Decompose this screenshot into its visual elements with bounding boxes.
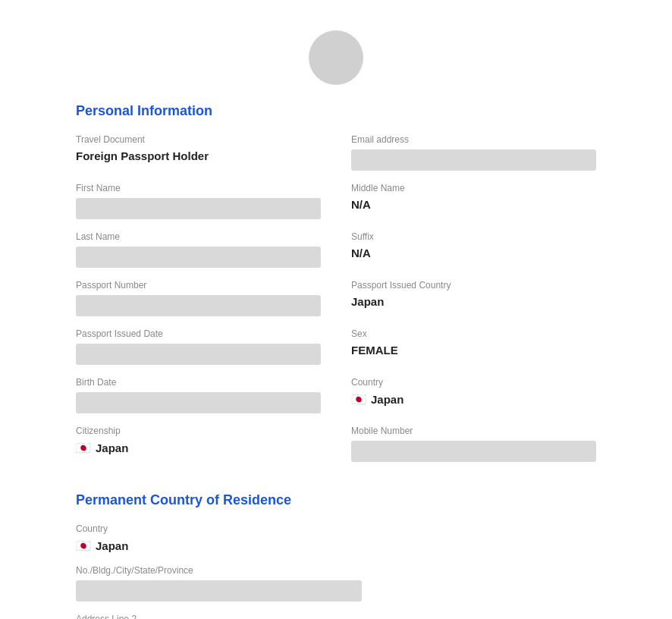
passport-issued-country-value: Japan	[351, 295, 596, 308]
field-sex: Sex FEMALE	[351, 328, 596, 365]
first-name-input-mock	[76, 198, 321, 219]
country-label: Country	[351, 377, 596, 388]
birth-date-input-mock	[76, 392, 321, 413]
field-middle-name: Middle Name N/A	[351, 183, 596, 219]
section-title-residence: Permanent Country of Residence	[76, 492, 291, 508]
field-mobile-number: Mobile Number	[351, 426, 596, 462]
sex-value: FEMALE	[351, 344, 596, 357]
field-last-name: Last Name	[76, 231, 321, 268]
address-line2-label: Address Line 2	[76, 614, 596, 619]
passport-number-input-mock	[76, 295, 321, 316]
personal-info-grid: Travel Document Foreign Passport Holder …	[76, 134, 596, 462]
field-passport-issued-date: Passport Issued Date	[76, 328, 321, 365]
field-suffix: Suffix N/A	[351, 231, 596, 268]
address-label: No./Bldg./City/State/Province	[76, 565, 596, 576]
page-container: Personal Information Travel Document For…	[15, 15, 657, 619]
residence-country-value-container: 🇯🇵 Japan	[76, 539, 596, 553]
field-citizenship: Citizenship 🇯🇵 Japan	[76, 426, 321, 462]
passport-number-label: Passport Number	[76, 280, 321, 291]
travel-document-label: Travel Document	[76, 134, 321, 145]
last-name-input-mock	[76, 247, 321, 268]
field-address-line2: Address Line 2 N/A	[76, 614, 596, 619]
passport-issued-country-label: Passport Issued Country	[351, 280, 596, 291]
last-name-label: Last Name	[76, 231, 321, 242]
field-birth-date: Birth Date	[76, 377, 321, 413]
residence-country-label: Country	[76, 523, 596, 534]
citizenship-flag: 🇯🇵	[76, 441, 91, 455]
mobile-number-input-mock	[351, 441, 596, 462]
residence-country-value: Japan	[96, 539, 128, 552]
birth-date-label: Birth Date	[76, 377, 321, 388]
email-label: Email address	[351, 134, 596, 145]
country-flag: 🇯🇵	[351, 392, 366, 407]
field-address: No./Bldg./City/State/Province	[76, 565, 596, 602]
address-input-mock	[76, 580, 362, 602]
address-section: Country 🇯🇵 Japan No./Bldg./City/State/Pr…	[76, 523, 596, 619]
avatar	[309, 30, 363, 85]
middle-name-value: N/A	[351, 198, 596, 211]
mobile-number-label: Mobile Number	[351, 426, 596, 436]
passport-issued-date-label: Passport Issued Date	[76, 328, 321, 339]
field-residence-country: Country 🇯🇵 Japan	[76, 523, 596, 553]
sex-label: Sex	[351, 328, 596, 339]
country-value: Japan	[371, 393, 404, 406]
middle-name-label: Middle Name	[351, 183, 596, 193]
field-passport-number: Passport Number	[76, 280, 321, 316]
email-input-mock	[351, 149, 596, 171]
section-title-personal: Personal Information	[76, 103, 212, 119]
citizenship-value-container: 🇯🇵 Japan	[76, 441, 321, 455]
field-travel-document: Travel Document Foreign Passport Holder	[76, 134, 321, 171]
country-value-container: 🇯🇵 Japan	[351, 392, 596, 407]
citizenship-value: Japan	[96, 441, 128, 454]
field-country: Country 🇯🇵 Japan	[351, 377, 596, 413]
citizenship-label: Citizenship	[76, 426, 321, 436]
passport-issued-date-input-mock	[76, 344, 321, 365]
first-name-label: First Name	[76, 183, 321, 193]
field-email: Email address	[351, 134, 596, 171]
residence-country-flag: 🇯🇵	[76, 539, 91, 553]
field-passport-issued-country: Passport Issued Country Japan	[351, 280, 596, 316]
travel-document-value: Foreign Passport Holder	[76, 149, 321, 162]
field-first-name: First Name	[76, 183, 321, 219]
suffix-value: N/A	[351, 247, 596, 259]
suffix-label: Suffix	[351, 231, 596, 242]
